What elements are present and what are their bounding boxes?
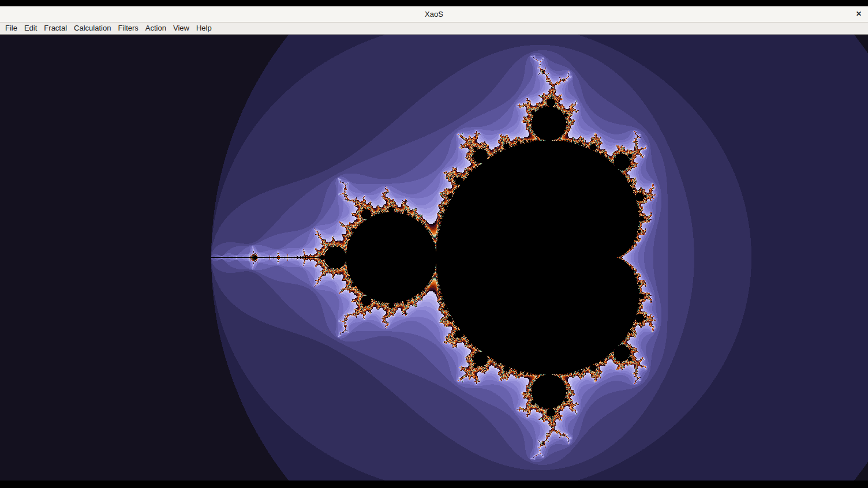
desktop-strip-top bbox=[0, 0, 868, 6]
close-icon[interactable]: ✕ bbox=[855, 6, 863, 22]
xaos-window: XaoS ✕ File Edit Fractal Calculation Fil… bbox=[0, 0, 868, 488]
title-bar: XaoS ✕ bbox=[0, 6, 868, 22]
menu-fractal[interactable]: Fractal bbox=[40, 22, 70, 34]
menu-edit[interactable]: Edit bbox=[21, 22, 40, 34]
fractal-canvas[interactable] bbox=[0, 35, 868, 481]
menu-filters[interactable]: Filters bbox=[114, 22, 141, 34]
menu-bar: File Edit Fractal Calculation Filters Ac… bbox=[0, 22, 868, 35]
menu-view[interactable]: View bbox=[170, 22, 193, 34]
menu-action[interactable]: Action bbox=[142, 22, 170, 34]
menu-help[interactable]: Help bbox=[193, 22, 215, 34]
window-title: XaoS bbox=[0, 6, 868, 22]
menu-calculation[interactable]: Calculation bbox=[70, 22, 114, 34]
menu-file[interactable]: File bbox=[2, 22, 21, 34]
